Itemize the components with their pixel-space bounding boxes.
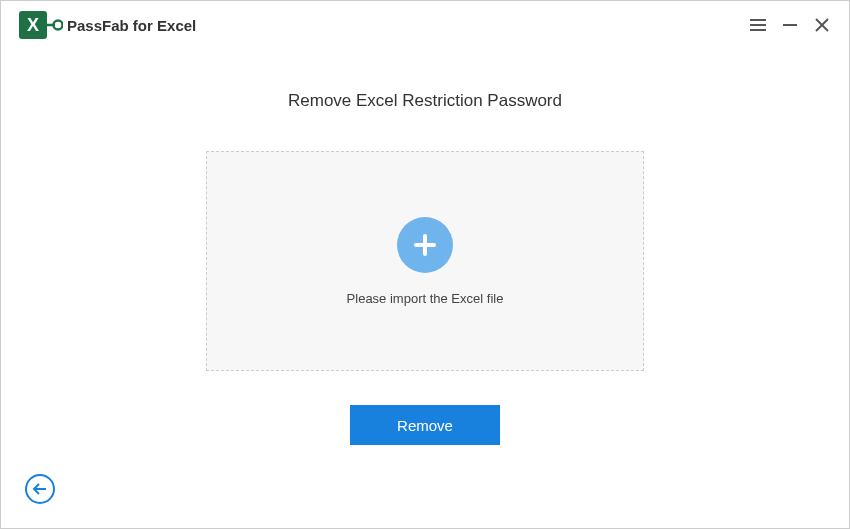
- plus-icon: [397, 217, 453, 273]
- import-dropzone[interactable]: Please import the Excel file: [206, 151, 644, 371]
- page-title: Remove Excel Restriction Password: [1, 91, 849, 111]
- arrow-left-icon: [32, 482, 48, 496]
- remove-button[interactable]: Remove: [350, 405, 500, 445]
- app-logo: X: [19, 8, 59, 42]
- menu-icon[interactable]: [749, 16, 767, 34]
- titlebar: X PassFab for Excel: [1, 1, 849, 49]
- back-button[interactable]: [25, 474, 55, 504]
- svg-text:X: X: [27, 15, 39, 35]
- window-controls: [749, 16, 831, 34]
- close-icon[interactable]: [813, 16, 831, 34]
- app-title: PassFab for Excel: [67, 17, 196, 34]
- titlebar-left: X PassFab for Excel: [19, 8, 196, 42]
- app-window: X PassFab for Excel: [0, 0, 850, 529]
- dropzone-label: Please import the Excel file: [347, 291, 504, 306]
- minimize-icon[interactable]: [781, 16, 799, 34]
